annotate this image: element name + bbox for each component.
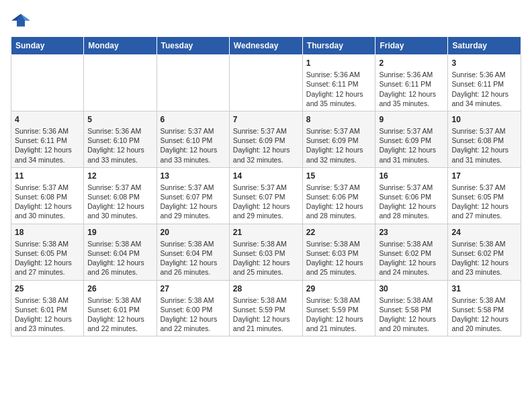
day-info: Sunset: 6:11 PM [306,79,372,89]
day-info: Sunrise: 5:38 AM [306,295,372,305]
day-info: Sunrise: 5:37 AM [451,183,517,192]
day-info: Daylight: 12 hours [87,145,152,154]
day-info: Daylight: 12 hours [379,314,444,324]
calendar-cell [84,55,157,111]
day-number: 8 [306,114,372,125]
calendar-cell: 15Sunrise: 5:37 AMSunset: 6:06 PMDayligh… [302,167,375,224]
day-info: Sunset: 6:01 PM [15,305,80,314]
calendar-cell: 5Sunrise: 5:36 AMSunset: 6:10 PMDaylight… [84,111,157,167]
day-info: Sunrise: 5:37 AM [306,126,372,136]
day-number: 23 [379,227,444,238]
day-info: Daylight: 12 hours [451,201,517,211]
day-info: Sunset: 6:05 PM [15,248,80,258]
day-number: 17 [451,171,517,181]
day-info: Sunrise: 5:37 AM [451,126,517,136]
day-info: Sunset: 6:06 PM [379,192,444,201]
day-info: and 27 minutes. [15,267,80,277]
logo [11,11,34,30]
day-info: and 34 minutes. [451,99,517,108]
calendar-cell: 14Sunrise: 5:37 AMSunset: 6:07 PMDayligh… [229,167,302,224]
day-info: Daylight: 12 hours [87,314,152,324]
calendar-cell: 19Sunrise: 5:38 AMSunset: 6:04 PMDayligh… [84,224,157,280]
day-number: 12 [87,171,152,181]
day-info: Daylight: 12 hours [233,145,299,154]
day-info: Sunrise: 5:36 AM [87,126,152,136]
day-number: 21 [233,227,299,238]
day-info: and 23 minutes. [15,324,80,333]
day-number: 30 [379,283,444,294]
day-info: and 25 minutes. [233,267,299,277]
day-info: Sunrise: 5:38 AM [161,239,226,248]
day-info: Daylight: 12 hours [451,314,517,324]
day-info: Sunset: 6:03 PM [233,248,299,258]
week-row-1: 1Sunrise: 5:36 AMSunset: 6:11 PMDaylight… [11,55,521,111]
day-info: Sunrise: 5:37 AM [15,183,80,192]
day-info: Sunset: 6:02 PM [451,248,517,258]
day-info: Daylight: 12 hours [306,258,372,267]
day-info: Daylight: 12 hours [306,314,372,324]
day-number: 27 [161,283,226,294]
day-info: and 29 minutes. [161,211,226,220]
day-info: and 33 minutes. [161,155,226,165]
day-info: and 31 minutes. [379,155,444,165]
calendar-cell: 22Sunrise: 5:38 AMSunset: 6:03 PMDayligh… [302,224,375,280]
day-info: and 21 minutes. [233,324,299,333]
calendar-cell: 27Sunrise: 5:38 AMSunset: 6:00 PMDayligh… [157,280,229,336]
day-info: Daylight: 12 hours [87,201,152,211]
day-info: Sunset: 6:03 PM [306,248,372,258]
day-number: 13 [161,171,226,181]
day-info: Sunrise: 5:36 AM [451,70,517,79]
day-info: and 27 minutes. [451,211,517,220]
day-info: Sunrise: 5:38 AM [451,295,517,305]
day-info: Sunrise: 5:37 AM [161,126,226,136]
calendar-cell: 29Sunrise: 5:38 AMSunset: 5:59 PMDayligh… [302,280,375,336]
day-info: Sunset: 6:11 PM [379,79,444,89]
calendar-cell: 2Sunrise: 5:36 AMSunset: 6:11 PMDaylight… [375,55,448,111]
day-number: 20 [161,227,226,238]
day-number: 19 [87,227,152,238]
day-info: Daylight: 12 hours [451,145,517,154]
day-info: Daylight: 12 hours [15,258,80,267]
day-info: Sunset: 5:58 PM [451,305,517,314]
day-info: Daylight: 12 hours [161,258,226,267]
day-info: and 32 minutes. [306,155,372,165]
column-header-tuesday: Tuesday [157,37,229,55]
column-header-wednesday: Wednesday [229,37,302,55]
day-info: Sunrise: 5:38 AM [233,295,299,305]
day-info: and 26 minutes. [87,267,152,277]
calendar-cell: 17Sunrise: 5:37 AMSunset: 6:05 PMDayligh… [448,167,521,224]
day-info: Sunrise: 5:38 AM [379,295,444,305]
day-info: Daylight: 12 hours [161,314,226,324]
day-number: 6 [161,114,226,125]
calendar-cell: 23Sunrise: 5:38 AMSunset: 6:02 PMDayligh… [375,224,448,280]
day-info: Daylight: 12 hours [379,258,444,267]
logo-icon [11,11,31,30]
day-info: and 29 minutes. [233,211,299,220]
day-info: and 34 minutes. [15,155,80,165]
calendar-cell [157,55,229,111]
day-info: and 24 minutes. [379,267,444,277]
day-info: Sunset: 6:00 PM [161,305,226,314]
day-info: and 28 minutes. [306,211,372,220]
day-info: Daylight: 12 hours [161,201,226,211]
day-number: 5 [87,114,152,125]
calendar-cell: 30Sunrise: 5:38 AMSunset: 5:58 PMDayligh… [375,280,448,336]
day-info: Daylight: 12 hours [15,314,80,324]
day-info: and 35 minutes. [306,99,372,108]
day-info: and 22 minutes. [87,324,152,333]
column-header-saturday: Saturday [448,37,521,55]
day-info: Sunrise: 5:37 AM [233,183,299,192]
day-info: Sunset: 6:09 PM [306,136,372,145]
day-number: 7 [233,114,299,125]
day-info: Sunrise: 5:38 AM [87,239,152,248]
day-info: Sunrise: 5:37 AM [379,183,444,192]
calendar-cell: 20Sunrise: 5:38 AMSunset: 6:04 PMDayligh… [157,224,229,280]
day-info: Sunset: 6:07 PM [233,192,299,201]
day-number: 28 [233,283,299,294]
day-info: Sunrise: 5:38 AM [306,239,372,248]
calendar-cell: 3Sunrise: 5:36 AMSunset: 6:11 PMDaylight… [448,55,521,111]
day-info: Daylight: 12 hours [233,314,299,324]
day-info: Sunset: 5:59 PM [306,305,372,314]
day-info: and 25 minutes. [306,267,372,277]
day-info: Sunset: 6:09 PM [233,136,299,145]
